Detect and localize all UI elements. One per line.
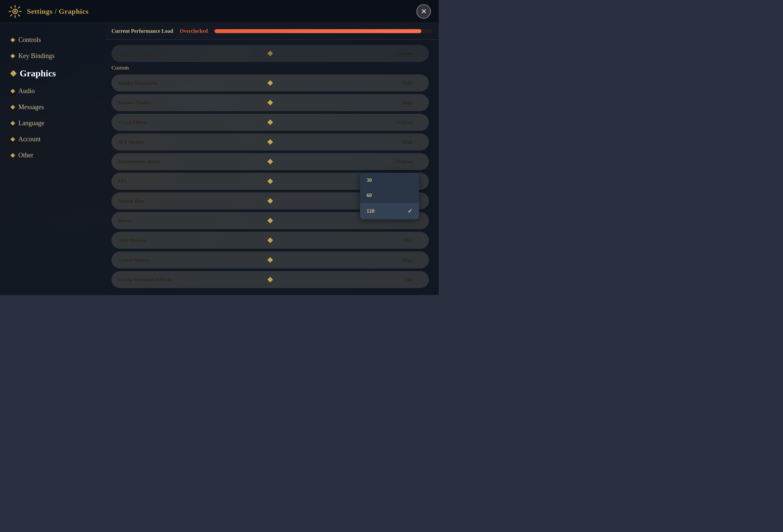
setting-name-environment-detail: Environment Detail xyxy=(118,159,397,165)
performance-bar: Current Performance Load Overclocked xyxy=(105,23,439,40)
sidebar-item-key-bindings[interactable]: Key Bindings xyxy=(6,49,95,63)
sidebar-item-audio[interactable]: Audio xyxy=(6,84,95,98)
settings-scroll[interactable]: Graphics Quality Custom ▼ Custom Render … xyxy=(105,40,439,295)
sidebar-item-other[interactable]: Other xyxy=(6,148,95,162)
sidebar-item-label: Graphics xyxy=(20,68,56,79)
close-button[interactable]: ✕ xyxy=(416,4,431,19)
sidebar-item-label: Language xyxy=(18,119,44,127)
setting-value-render-resolution: High xyxy=(402,80,412,86)
setting-value-crowd-density: High xyxy=(402,257,412,263)
diamond-icon xyxy=(10,70,17,77)
diamond-icon xyxy=(10,137,15,141)
sidebar-item-label: Key Bindings xyxy=(18,52,55,60)
performance-track xyxy=(214,29,432,33)
setting-name-render-resolution: Render Resolution xyxy=(118,80,402,86)
sidebar-item-label: Audio xyxy=(18,87,35,95)
dropdown-arrow-icon[interactable]: ▼ xyxy=(416,99,422,106)
shadow-quality-row[interactable]: Shadow Quality High ▼ xyxy=(112,94,429,111)
fps-option-60-label: 60 xyxy=(367,192,372,198)
sidebar-item-messages[interactable]: Messages xyxy=(6,100,95,114)
fps-option-30[interactable]: 30 xyxy=(360,173,419,188)
gear-icon xyxy=(8,4,22,19)
setting-value-shadow-quality: High xyxy=(402,100,412,105)
diamond-icon xyxy=(10,54,15,58)
dropdown-arrow-icon[interactable]: ▼ xyxy=(416,139,422,145)
fps-option-60[interactable]: 60 xyxy=(360,188,419,203)
setting-name-anti-aliasing: Anti-Aliasing xyxy=(118,238,402,243)
setting-name-shadow-quality: Shadow Quality xyxy=(118,100,402,105)
setting-name-crowd-density: Crowd Density xyxy=(118,257,402,263)
sidebar-item-controls[interactable]: Controls xyxy=(6,33,95,47)
fps-option-30-label: 30 xyxy=(367,177,372,183)
setting-value-coop-teammate-effects: Off xyxy=(405,277,412,282)
diamond-icon xyxy=(10,121,15,125)
visual-effects-row[interactable]: Visual Effects Highest ▼ xyxy=(112,114,429,131)
fps-row[interactable]: FPS 120 ▼ 30 60 120 ✓ xyxy=(112,173,429,190)
setting-value-anti-aliasing: TAA xyxy=(402,238,412,243)
dropdown-arrow-icon[interactable]: ▼ xyxy=(416,80,422,86)
render-resolution-row[interactable]: Render Resolution High ▼ xyxy=(112,74,429,92)
dropdown-arrow-icon[interactable]: ▼ xyxy=(416,257,422,263)
sidebar-item-account[interactable]: Account xyxy=(6,132,95,146)
header: Settings / Graphics ✕ xyxy=(0,0,439,23)
graphics-quality-row[interactable]: Graphics Quality Custom ▼ xyxy=(112,45,429,62)
header-left: Settings / Graphics xyxy=(8,4,89,19)
fps-dropdown: 30 60 120 ✓ xyxy=(360,173,419,219)
sidebar: Controls Key Bindings Graphics Audio Mes… xyxy=(0,23,102,295)
dropdown-arrow-icon[interactable]: ▼ xyxy=(416,237,422,243)
setting-name-sfx-quality: SFX Quality xyxy=(118,139,402,145)
diamond-icon xyxy=(10,153,15,157)
main-content: Current Performance Load Overclocked Gra… xyxy=(102,23,439,295)
sidebar-item-label: Messages xyxy=(18,103,44,111)
diamond-icon xyxy=(10,89,15,93)
setting-name-coop-teammate-effects: Co-Op Teammate Effects xyxy=(118,277,405,282)
section-label-custom: Custom xyxy=(112,65,429,71)
setting-name-graphics-quality: Graphics Quality xyxy=(118,51,396,56)
performance-fill xyxy=(214,29,421,33)
fps-option-120[interactable]: 120 ✓ xyxy=(360,203,419,219)
dropdown-arrow-icon[interactable]: ▼ xyxy=(416,276,422,283)
sidebar-item-label: Account xyxy=(18,135,41,143)
setting-name-visual-effects: Visual Effects xyxy=(118,120,397,125)
sidebar-item-language[interactable]: Language xyxy=(6,116,95,130)
fps-option-120-label: 120 xyxy=(367,208,374,214)
setting-value-graphics-quality: Custom xyxy=(396,51,412,56)
environment-detail-row[interactable]: Environment Detail Highest ▼ xyxy=(112,153,429,170)
body: Controls Key Bindings Graphics Audio Mes… xyxy=(0,23,439,295)
performance-status: Overclocked xyxy=(180,28,208,34)
header-title: Settings / Graphics xyxy=(27,7,89,16)
dropdown-arrow-icon[interactable]: ▼ xyxy=(416,158,422,165)
sfx-quality-row[interactable]: SFX Quality High ▼ xyxy=(112,133,429,151)
svg-point-1 xyxy=(14,10,16,12)
anti-aliasing-row[interactable]: Anti-Aliasing TAA ▼ xyxy=(112,232,429,249)
performance-label: Current Performance Load xyxy=(112,28,173,34)
setting-value-visual-effects: Highest xyxy=(397,120,412,125)
sidebar-item-graphics[interactable]: Graphics xyxy=(6,65,95,82)
crowd-density-row[interactable]: Crowd Density High ▼ xyxy=(112,252,429,268)
sidebar-item-label: Other xyxy=(18,152,33,159)
setting-value-environment-detail: Highest xyxy=(397,159,412,165)
diamond-icon xyxy=(10,37,15,42)
dropdown-arrow-icon[interactable]: ▼ xyxy=(416,50,422,57)
coop-teammate-effects-row[interactable]: Co-Op Teammate Effects Off ▼ xyxy=(112,271,429,288)
diamond-icon xyxy=(10,105,15,109)
dropdown-arrow-icon[interactable]: ▼ xyxy=(416,119,422,126)
setting-value-sfx-quality: High xyxy=(402,139,412,145)
sidebar-item-label: Controls xyxy=(18,36,41,43)
checkmark-icon: ✓ xyxy=(408,207,412,215)
